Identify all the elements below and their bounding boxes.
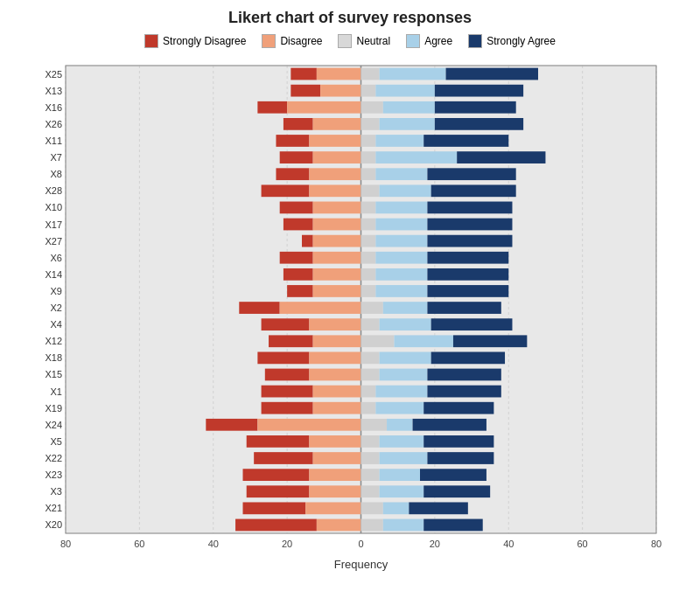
svg-rect-156 — [380, 435, 424, 448]
svg-rect-75 — [284, 219, 313, 231]
svg-rect-43 — [435, 118, 523, 130]
svg-rect-136 — [313, 386, 361, 398]
svg-rect-23 — [361, 68, 380, 80]
svg-rect-46 — [309, 135, 360, 147]
svg-text:X4: X4 — [51, 319, 62, 330]
svg-rect-35 — [361, 101, 383, 114]
svg-rect-30 — [375, 85, 435, 97]
svg-rect-52 — [313, 151, 361, 163]
svg-rect-73 — [427, 202, 512, 214]
svg-rect-100 — [313, 285, 361, 297]
svg-rect-72 — [375, 202, 427, 214]
svg-text:20: 20 — [430, 539, 440, 549]
svg-rect-119 — [361, 335, 395, 347]
svg-text:X19: X19 — [45, 403, 62, 414]
legend-label-a: Agree — [424, 35, 452, 47]
svg-text:X16: X16 — [45, 102, 62, 113]
svg-rect-161 — [361, 452, 380, 464]
chart-container: Likert chart of survey responses Strongl… — [0, 0, 700, 612]
svg-rect-31 — [435, 85, 523, 97]
svg-rect-142 — [313, 402, 361, 414]
legend-item-sa: Strongly Agree — [468, 34, 556, 48]
svg-rect-33 — [257, 101, 287, 114]
svg-text:X27: X27 — [45, 236, 62, 247]
svg-rect-111 — [262, 318, 310, 330]
svg-rect-41 — [361, 118, 380, 130]
svg-rect-155 — [361, 435, 380, 448]
svg-rect-151 — [413, 419, 486, 431]
svg-text:X1: X1 — [51, 386, 62, 397]
svg-rect-42 — [380, 118, 435, 130]
svg-text:X28: X28 — [45, 185, 62, 196]
svg-rect-160 — [313, 452, 361, 464]
svg-rect-173 — [361, 485, 380, 497]
main-chart: 80604020020406080FrequencyX25X13X16X26X1… — [18, 57, 682, 573]
svg-rect-130 — [309, 369, 360, 381]
svg-rect-53 — [361, 151, 376, 163]
svg-rect-84 — [375, 235, 427, 247]
svg-rect-78 — [375, 219, 427, 231]
svg-rect-132 — [380, 369, 428, 381]
svg-rect-123 — [257, 351, 309, 364]
svg-rect-64 — [309, 184, 360, 197]
svg-rect-117 — [269, 335, 313, 347]
svg-rect-93 — [284, 268, 313, 281]
svg-rect-97 — [427, 268, 508, 281]
svg-rect-162 — [380, 452, 428, 464]
svg-rect-102 — [375, 285, 427, 297]
svg-text:60: 60 — [578, 539, 588, 549]
legend-box-a — [406, 34, 420, 48]
svg-text:80: 80 — [651, 539, 662, 549]
svg-rect-66 — [380, 184, 431, 197]
svg-text:X11: X11 — [45, 136, 62, 146]
svg-rect-76 — [313, 219, 361, 231]
svg-rect-57 — [276, 168, 309, 180]
svg-rect-60 — [375, 168, 427, 180]
svg-rect-36 — [383, 101, 435, 114]
legend-label-d: Disagree — [280, 35, 322, 47]
svg-text:80: 80 — [60, 539, 71, 549]
legend-item-n: Neutral — [338, 34, 390, 48]
svg-rect-103 — [427, 285, 508, 297]
svg-rect-127 — [431, 351, 505, 364]
svg-rect-124 — [309, 351, 360, 364]
svg-text:X2: X2 — [51, 303, 62, 313]
svg-rect-107 — [361, 302, 383, 314]
svg-rect-163 — [427, 452, 494, 464]
svg-rect-143 — [361, 402, 376, 414]
svg-rect-172 — [309, 485, 360, 497]
svg-rect-145 — [424, 402, 494, 414]
svg-rect-177 — [243, 502, 306, 514]
svg-rect-24 — [380, 68, 446, 80]
svg-rect-89 — [361, 252, 376, 264]
legend-box-d — [262, 34, 276, 48]
svg-text:60: 60 — [134, 539, 144, 549]
chart-title: Likert chart of survey responses — [9, 9, 691, 27]
svg-rect-106 — [280, 302, 361, 314]
svg-text:X20: X20 — [45, 519, 62, 530]
svg-rect-54 — [375, 151, 457, 163]
svg-rect-51 — [280, 151, 313, 163]
svg-rect-135 — [262, 386, 313, 398]
svg-rect-39 — [284, 118, 313, 130]
svg-rect-101 — [361, 285, 376, 297]
legend-label-sd: Strongly Disagree — [163, 35, 246, 47]
svg-rect-37 — [435, 101, 516, 114]
svg-rect-157 — [424, 435, 494, 448]
svg-rect-180 — [383, 502, 410, 514]
svg-rect-94 — [313, 268, 361, 281]
svg-rect-186 — [383, 519, 424, 532]
svg-rect-165 — [243, 469, 310, 481]
svg-text:X15: X15 — [45, 369, 62, 379]
legend: Strongly Disagree Disagree Neutral Agree… — [9, 34, 691, 48]
svg-rect-27 — [290, 85, 320, 97]
svg-rect-178 — [305, 502, 360, 514]
svg-rect-47 — [361, 135, 376, 147]
svg-rect-159 — [254, 452, 313, 464]
svg-text:40: 40 — [503, 539, 514, 549]
svg-rect-168 — [380, 469, 420, 481]
svg-rect-105 — [239, 302, 279, 314]
legend-box-sa — [468, 34, 482, 48]
svg-rect-88 — [313, 252, 361, 264]
svg-rect-81 — [302, 235, 313, 247]
